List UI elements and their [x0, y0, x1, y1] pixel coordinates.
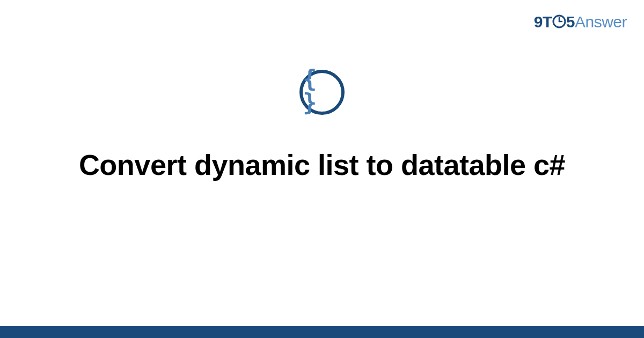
- page-title: Convert dynamic list to datatable c#: [79, 147, 565, 183]
- clock-icon: [552, 14, 566, 28]
- main-content: { } Convert dynamic list to datatable c#: [0, 70, 644, 183]
- topic-icon-circle: { }: [299, 70, 345, 115]
- footer-bar: [0, 326, 644, 338]
- code-braces-icon: { }: [303, 67, 341, 117]
- site-brand: 9T5Answer: [534, 13, 627, 31]
- brand-nine: 9: [534, 13, 543, 31]
- brand-five: 5: [566, 13, 575, 31]
- brand-t: T: [543, 13, 552, 31]
- brand-answer: Answer: [575, 13, 627, 31]
